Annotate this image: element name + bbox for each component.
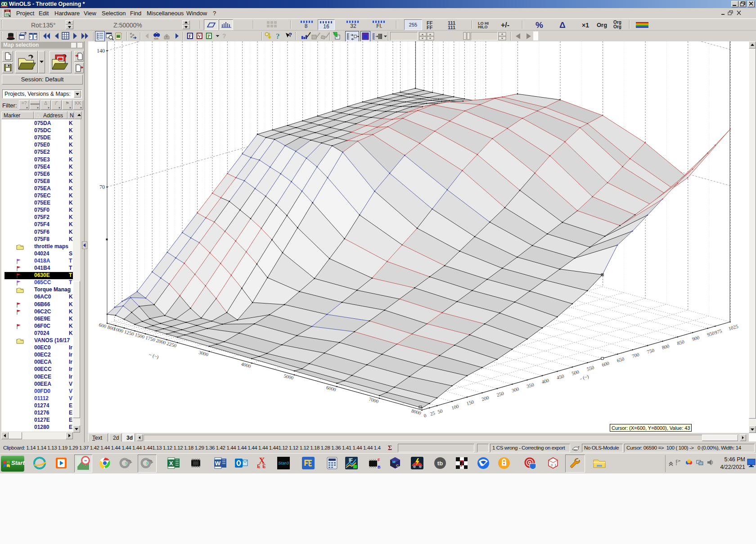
svg-text:?: ? [288, 31, 292, 38]
svg-text:7: 7 [459, 459, 464, 468]
svg-text:?: ? [276, 32, 280, 40]
svg-text:F: F [378, 458, 380, 462]
svg-text:tb: tb [437, 460, 443, 467]
svg-text:M: M [392, 460, 396, 464]
svg-text:1: 1 [554, 463, 557, 467]
svg-text:IOII..: IOII.. [154, 37, 160, 40]
svg-text:V: V [198, 34, 202, 39]
svg-text:Σ: Σ [388, 445, 392, 451]
svg-text:70: 70 [99, 184, 105, 190]
svg-text:B: B [378, 465, 381, 469]
svg-text:S: S [125, 461, 127, 465]
svg-text:Stan3: Stan3 [278, 461, 289, 465]
svg-text:140: 140 [97, 48, 105, 54]
svg-text:C: C [396, 464, 399, 468]
svg-text:IF: IF [349, 458, 353, 463]
svg-text:0: 0 [551, 463, 553, 467]
svg-text:IOI: IOI [5, 10, 9, 13]
svg-text:P: P [207, 34, 210, 39]
svg-text:W: W [215, 460, 221, 467]
svg-text:F: F [189, 34, 191, 39]
svg-text:E: E [262, 464, 266, 469]
svg-text:X: X [169, 460, 173, 467]
svg-text:E: E [257, 464, 260, 469]
